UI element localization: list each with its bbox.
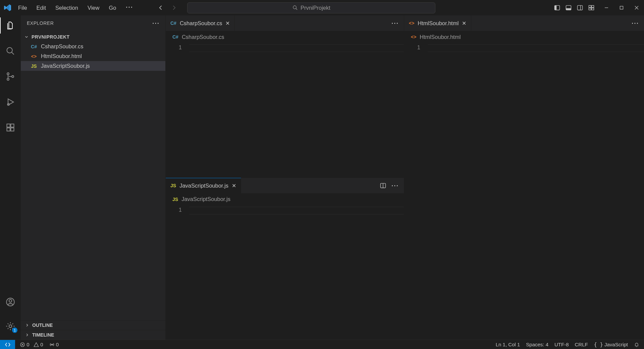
editor-body[interactable]: 1 — [166, 205, 404, 340]
file-name: CsharpSoubor.cs — [41, 43, 84, 50]
tab-csharp[interactable]: C# CsharpSoubor.cs ✕ — [166, 15, 235, 31]
activity-extensions-icon[interactable] — [0, 119, 21, 136]
editor-pane-html: <> HtmlSoubor.html ✕ ⋯ <> HtmlSoubor.htm… — [404, 15, 644, 340]
command-center[interactable]: PrvniProjekt — [187, 2, 435, 13]
svg-point-24 — [9, 325, 12, 328]
svg-point-17 — [7, 103, 9, 105]
split-editor-icon[interactable] — [380, 182, 386, 189]
main-menu: File Edit Selection View Go ⋯ — [13, 1, 138, 14]
editor-more-icon[interactable]: ⋯ — [391, 181, 398, 190]
menu-edit[interactable]: Edit — [32, 1, 51, 14]
svg-rect-12 — [620, 6, 623, 9]
search-icon — [292, 5, 298, 10]
toggle-panel-icon[interactable] — [565, 4, 572, 11]
outline-section[interactable]: OUTLINE — [21, 320, 165, 330]
tab-bar: JS JavaScriptSoubor.js ✕ ⋯ — [166, 178, 404, 193]
activity-settings-icon[interactable]: 1 — [0, 318, 21, 334]
remote-indicator-icon[interactable] — [0, 340, 15, 349]
window-maximize-icon[interactable] — [614, 1, 629, 14]
status-spaces[interactable]: Spaces: 4 — [526, 342, 548, 347]
breadcrumb[interactable]: <> HtmlSoubor.html — [404, 31, 644, 43]
breadcrumb-label: HtmlSoubor.html — [420, 34, 461, 40]
activity-run-debug-icon[interactable] — [0, 94, 21, 110]
status-bar: 0 0 0 Ln 1, Col 1 Spaces: 4 UTF-8 CRLF {… — [0, 340, 644, 349]
editor-body[interactable]: 1 — [166, 43, 404, 178]
activity-explorer-icon[interactable] — [0, 17, 21, 34]
svg-rect-20 — [11, 128, 14, 131]
line-gutter: 1 — [404, 43, 428, 340]
js-file-icon: JS — [170, 183, 176, 188]
csharp-file-icon: C# — [170, 20, 176, 26]
code-area[interactable] — [189, 43, 404, 178]
activity-source-control-icon[interactable] — [0, 68, 21, 85]
menu-view[interactable]: View — [83, 1, 104, 14]
file-row-html[interactable]: <> HtmlSoubor.html — [21, 51, 165, 61]
breadcrumb[interactable]: C# CsharpSoubor.cs — [166, 31, 404, 43]
menu-go[interactable]: Go — [104, 1, 121, 14]
status-right: Ln 1, Col 1 Spaces: 4 UTF-8 CRLF { } Jav… — [491, 342, 644, 348]
breadcrumb-label: CsharpSoubor.cs — [182, 34, 224, 40]
window-close-icon[interactable] — [629, 1, 644, 14]
svg-rect-9 — [589, 8, 591, 10]
tab-close-icon[interactable]: ✕ — [462, 20, 466, 27]
activity-accounts-icon[interactable] — [0, 294, 21, 310]
tab-close-icon[interactable]: ✕ — [232, 183, 236, 189]
tab-close-icon[interactable]: ✕ — [225, 20, 230, 27]
editor-column-left: C# CsharpSoubor.cs ✕ ⋯ C# CsharpSoubor.c… — [166, 15, 404, 340]
nav-forward-icon[interactable] — [170, 4, 177, 11]
html-file-icon: <> — [30, 54, 38, 59]
svg-rect-10 — [592, 8, 594, 10]
menu-selection[interactable]: Selection — [51, 1, 83, 14]
status-eol[interactable]: CRLF — [575, 342, 588, 347]
editor-pane-js: JS JavaScriptSoubor.js ✕ ⋯ JS JavaScript… — [166, 178, 404, 340]
code-area[interactable] — [428, 43, 644, 340]
status-language[interactable]: { } JavaScript — [594, 342, 628, 348]
js-file-icon: JS — [172, 197, 178, 202]
svg-rect-7 — [589, 5, 591, 7]
svg-point-28 — [51, 344, 52, 345]
nav-buttons — [158, 4, 177, 11]
outline-label: OUTLINE — [32, 322, 53, 328]
chevron-right-icon — [25, 333, 30, 337]
breadcrumb-label: JavaScriptSoubor.js — [181, 196, 230, 202]
editor-more-icon[interactable]: ⋯ — [631, 19, 639, 28]
window-minimize-icon[interactable] — [599, 1, 614, 14]
file-row-cs[interactable]: C# CsharpSoubor.cs — [21, 42, 165, 51]
menu-more-icon[interactable]: ⋯ — [121, 1, 138, 14]
sidebar-more-icon[interactable]: ⋯ — [152, 19, 160, 28]
code-area[interactable] — [189, 205, 404, 340]
command-center-text: PrvniProjekt — [301, 5, 330, 11]
editor-body[interactable]: 1 — [404, 43, 644, 340]
vscode-logo-icon — [2, 0, 13, 15]
breadcrumb[interactable]: JS JavaScriptSoubor.js — [166, 193, 404, 205]
csharp-file-icon: C# — [30, 44, 38, 49]
svg-rect-21 — [11, 124, 14, 127]
file-name: JavaScriptSoubor.js — [41, 63, 90, 69]
toggle-primary-sidebar-icon[interactable] — [554, 4, 560, 11]
menu-file[interactable]: File — [13, 1, 32, 14]
activity-search-icon[interactable] — [0, 43, 21, 59]
activity-bar: 1 — [0, 15, 21, 340]
status-ports[interactable]: 0 — [49, 342, 59, 347]
project-root[interactable]: PRVNIPROJEKT — [21, 32, 165, 42]
svg-point-23 — [9, 299, 12, 302]
editor-more-icon[interactable]: ⋯ — [391, 19, 398, 28]
toggle-secondary-sidebar-icon[interactable] — [577, 4, 583, 11]
project-name: PRVNIPROJEKT — [32, 34, 69, 40]
timeline-section[interactable]: TIMELINE — [21, 330, 165, 340]
status-encoding[interactable]: UTF-8 — [554, 342, 569, 347]
tab-js[interactable]: JS JavaScriptSoubor.js ✕ — [166, 178, 241, 193]
editor-column-right: <> HtmlSoubor.html ✕ ⋯ <> HtmlSoubor.htm… — [404, 15, 644, 340]
file-row-js[interactable]: JS JavaScriptSoubor.js — [21, 61, 165, 71]
customize-layout-icon[interactable] — [588, 4, 595, 11]
status-problems[interactable]: 0 0 — [20, 342, 43, 347]
status-lncol[interactable]: Ln 1, Col 1 — [496, 342, 520, 347]
sidebar-explorer: EXPLORER ⋯ PRVNIPROJEKT C# CsharpSoubor.… — [21, 15, 166, 340]
status-notifications-icon[interactable] — [634, 342, 639, 347]
html-file-icon: <> — [409, 20, 414, 26]
nav-back-icon[interactable] — [158, 4, 164, 11]
svg-rect-19 — [7, 128, 10, 131]
title-bar: File Edit Selection View Go ⋯ PrvniProje… — [0, 0, 644, 15]
tab-html[interactable]: <> HtmlSoubor.html ✕ — [404, 15, 471, 31]
svg-rect-4 — [566, 8, 571, 10]
